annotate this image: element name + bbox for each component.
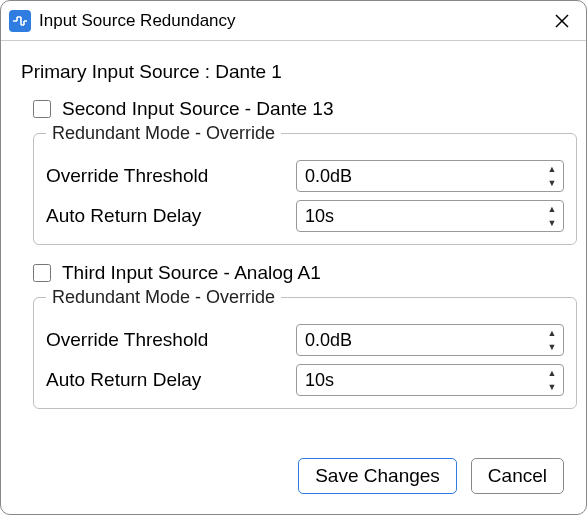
- second-delay-spinner: ▲ ▼: [296, 200, 564, 232]
- second-delay-label: Auto Return Delay: [46, 205, 296, 227]
- third-override-spinner: ▲ ▼: [296, 324, 564, 356]
- app-icon: [9, 10, 31, 32]
- dialog-window: Input Source Redundancy Primary Input So…: [0, 0, 587, 515]
- dialog-content: Primary Input Source : Dante 1 Second In…: [1, 41, 586, 514]
- third-override-label: Override Threshold: [46, 329, 296, 351]
- spin-up-icon[interactable]: ▲: [542, 366, 562, 380]
- close-icon: [554, 13, 570, 29]
- spin-up-icon[interactable]: ▲: [542, 326, 562, 340]
- second-source-row[interactable]: Second Input Source - Dante 13: [29, 97, 568, 121]
- third-source-checkbox[interactable]: [33, 264, 51, 282]
- close-button[interactable]: [548, 7, 576, 35]
- third-delay-row: Auto Return Delay ▲ ▼: [46, 364, 564, 396]
- second-delay-row: Auto Return Delay ▲ ▼: [46, 200, 564, 232]
- third-source-row[interactable]: Third Input Source - Analog A1: [29, 261, 568, 285]
- spin-down-icon[interactable]: ▼: [542, 176, 562, 190]
- save-button[interactable]: Save Changes: [298, 458, 457, 494]
- third-delay-input[interactable]: [296, 364, 564, 396]
- spin-up-icon[interactable]: ▲: [542, 202, 562, 216]
- primary-input-label: Primary Input Source : Dante 1: [21, 61, 568, 83]
- third-override-spin-btns: ▲ ▼: [542, 326, 562, 354]
- second-override-spinner: ▲ ▼: [296, 160, 564, 192]
- third-delay-label: Auto Return Delay: [46, 369, 296, 391]
- third-group-title: Redundant Mode - Override: [46, 287, 281, 308]
- primary-prefix: Primary Input Source :: [21, 61, 215, 82]
- third-override-row: Override Threshold ▲ ▼: [46, 324, 564, 356]
- third-delay-spinner: ▲ ▼: [296, 364, 564, 396]
- spin-up-icon[interactable]: ▲: [542, 162, 562, 176]
- third-group: Redundant Mode - Override Override Thres…: [33, 287, 577, 409]
- second-source-label: Second Input Source - Dante 13: [62, 98, 333, 120]
- second-group-title: Redundant Mode - Override: [46, 123, 281, 144]
- third-delay-spin-btns: ▲ ▼: [542, 366, 562, 394]
- window-title: Input Source Redundancy: [39, 11, 548, 31]
- second-override-row: Override Threshold ▲ ▼: [46, 160, 564, 192]
- titlebar: Input Source Redundancy: [1, 1, 586, 41]
- second-source-checkbox[interactable]: [33, 100, 51, 118]
- spin-down-icon[interactable]: ▼: [542, 216, 562, 230]
- cancel-button[interactable]: Cancel: [471, 458, 564, 494]
- second-override-input[interactable]: [296, 160, 564, 192]
- second-override-spin-btns: ▲ ▼: [542, 162, 562, 190]
- third-override-input[interactable]: [296, 324, 564, 356]
- spin-down-icon[interactable]: ▼: [542, 380, 562, 394]
- button-row: Save Changes Cancel: [19, 450, 568, 500]
- second-delay-input[interactable]: [296, 200, 564, 232]
- second-delay-spin-btns: ▲ ▼: [542, 202, 562, 230]
- second-group: Redundant Mode - Override Override Thres…: [33, 123, 577, 245]
- spin-down-icon[interactable]: ▼: [542, 340, 562, 354]
- second-override-label: Override Threshold: [46, 165, 296, 187]
- primary-value: Dante 1: [215, 61, 282, 82]
- third-source-label: Third Input Source - Analog A1: [62, 262, 321, 284]
